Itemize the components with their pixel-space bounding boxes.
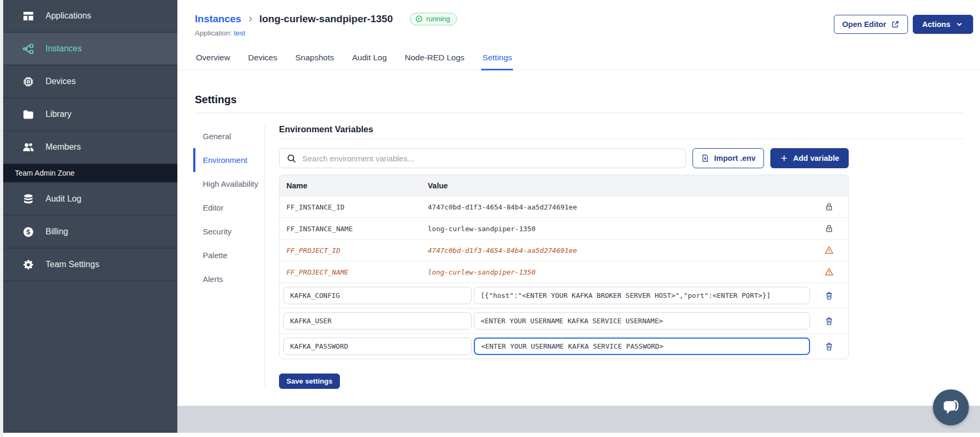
- main-content: Instances long-curlew-sandpiper-1350 run…: [177, 0, 980, 433]
- tab-devices[interactable]: Devices: [247, 48, 278, 70]
- settings-subnav: General Environment High Availability Ed…: [193, 123, 265, 389]
- tab-node-red-logs[interactable]: Node-RED Logs: [404, 48, 466, 70]
- env-var-name: FF_INSTANCE_NAME: [286, 225, 428, 233]
- application-link[interactable]: test: [234, 29, 246, 37]
- subnav-editor[interactable]: Editor: [193, 196, 265, 220]
- sidebar-item-label: Library: [46, 110, 71, 119]
- billing-icon: $: [22, 226, 34, 238]
- table-row: FF_INSTANCE_NAME long-curlew-sandpiper-1…: [280, 217, 848, 239]
- sidebar-section-team-admin-zone: Team Admin Zone: [3, 164, 177, 183]
- environment-variables-title: Environment Variables: [279, 123, 964, 139]
- tab-overview[interactable]: Overview: [195, 48, 231, 70]
- sidebar-item-instances[interactable]: Instances: [3, 33, 177, 66]
- chevron-right-icon: [247, 15, 254, 23]
- subnav-high-availability[interactable]: High Availability: [193, 172, 265, 196]
- sidebar-item-label: Devices: [46, 77, 76, 86]
- actions-button[interactable]: Actions: [913, 15, 973, 34]
- sidebar-item-label: Team Settings: [46, 260, 99, 269]
- search-box: [279, 148, 686, 168]
- sidebar-item-devices[interactable]: Devices: [3, 66, 177, 98]
- env-var-name-input[interactable]: [283, 287, 472, 304]
- application-row: Application: test: [195, 29, 457, 37]
- app-window: Applications Instances Devi: [0, 0, 980, 437]
- application-label: Application:: [195, 29, 232, 37]
- lock-icon: [824, 202, 834, 212]
- plus-icon: [780, 154, 788, 162]
- delete-variable-button[interactable]: [824, 342, 834, 351]
- svg-text:$: $: [26, 228, 31, 236]
- environment-section: Environment Variables Import .env: [279, 123, 964, 389]
- env-var-value: 4747c0bd-d1f3-4654-84b4-aa5d274691ee: [428, 247, 810, 254]
- env-var-name: FF_PROJECT_ID: [286, 247, 428, 254]
- import-env-button[interactable]: Import .env: [693, 148, 764, 168]
- env-var-value: 4747c0bd-d1f3-4654-84b4-aa5d274691ee: [428, 203, 810, 211]
- warning-icon: [824, 267, 834, 277]
- delete-variable-button[interactable]: [824, 316, 834, 326]
- instances-icon: [22, 43, 34, 55]
- sidebar-item-label: Members: [46, 142, 81, 152]
- subnav-palette[interactable]: Palette: [193, 243, 265, 267]
- status-badge: running: [410, 13, 457, 25]
- footer-band: [177, 406, 980, 433]
- sidebar-item-label: Instances: [46, 44, 82, 53]
- subnav-environment[interactable]: Environment: [193, 148, 265, 172]
- add-variable-button[interactable]: Add variable: [770, 148, 849, 168]
- document-download-icon: [701, 154, 709, 162]
- sidebar-item-applications[interactable]: Applications: [3, 0, 177, 33]
- table-row: [280, 308, 848, 333]
- table-row: FF_PROJECT_ID 4747c0bd-d1f3-4654-84b4-aa…: [280, 239, 848, 261]
- sidebar-item-label: Billing: [46, 227, 68, 236]
- subnav-security[interactable]: Security: [193, 220, 265, 243]
- search-icon: [286, 153, 296, 163]
- devices-icon: [22, 76, 34, 88]
- search-input[interactable]: [302, 154, 679, 163]
- page-header: Instances long-curlew-sandpiper-1350 run…: [177, 0, 980, 37]
- sidebar: Applications Instances Devi: [3, 0, 177, 433]
- tab-snapshots[interactable]: Snapshots: [294, 48, 335, 70]
- instance-tabs: Overview Devices Snapshots Audit Log Nod…: [177, 48, 980, 70]
- gear-icon: [22, 259, 34, 271]
- sidebar-item-label: Audit Log: [46, 194, 82, 204]
- table-header-row: Name Value: [280, 175, 848, 196]
- sidebar-item-members[interactable]: Members: [3, 131, 177, 164]
- subnav-general[interactable]: General: [193, 124, 265, 148]
- env-var-value-input[interactable]: [474, 312, 810, 330]
- table-row: FF_INSTANCE_ID 4747c0bd-d1f3-4654-84b4-a…: [280, 196, 848, 217]
- breadcrumb-instances-link[interactable]: Instances: [195, 13, 241, 25]
- table-row: [280, 283, 848, 308]
- env-var-value: long-curlew-sandpiper-1350: [428, 225, 810, 233]
- applications-icon: [22, 10, 34, 22]
- sidebar-item-audit-log[interactable]: Audit Log: [3, 183, 177, 216]
- status-label: running: [426, 15, 450, 23]
- settings-divider: [195, 113, 964, 113]
- env-var-value-input-focused[interactable]: [474, 338, 810, 355]
- sidebar-item-team-settings[interactable]: Team Settings: [3, 249, 177, 281]
- sidebar-item-label: Applications: [46, 11, 91, 21]
- page-title: long-curlew-sandpiper-1350: [259, 13, 393, 25]
- subnav-alerts[interactable]: Alerts: [193, 267, 265, 291]
- warning-icon: [824, 245, 834, 255]
- env-var-value-input[interactable]: [474, 287, 810, 304]
- table-row: [280, 333, 848, 359]
- header-actions: Open Editor Actions: [834, 13, 973, 37]
- column-header-value: Value: [428, 181, 448, 190]
- env-var-name-input[interactable]: [283, 338, 472, 355]
- env-var-name: FF_INSTANCE_ID: [286, 203, 428, 211]
- database-icon: [22, 193, 34, 205]
- settings-body: General Environment High Availability Ed…: [177, 123, 980, 389]
- open-editor-button[interactable]: Open Editor: [834, 15, 908, 34]
- sidebar-item-library[interactable]: Library: [3, 98, 177, 131]
- env-var-name-input[interactable]: [283, 312, 472, 330]
- library-icon: [22, 108, 34, 121]
- env-var-name: FF_PROJECT_NAME: [286, 268, 428, 276]
- members-icon: [22, 141, 34, 153]
- play-circle-icon: [415, 15, 423, 23]
- sidebar-item-billing[interactable]: $ Billing: [3, 216, 177, 249]
- save-settings-button[interactable]: Save settings: [279, 374, 340, 389]
- chat-widget-button[interactable]: [933, 389, 969, 425]
- env-controls: Import .env Add variable: [279, 148, 849, 168]
- delete-variable-button[interactable]: [824, 291, 834, 301]
- tab-audit-log[interactable]: Audit Log: [351, 48, 388, 70]
- tab-settings[interactable]: Settings: [481, 48, 513, 70]
- env-variables-table: Name Value FF_INSTANCE_ID 4747c0bd-d1f3-…: [279, 175, 849, 359]
